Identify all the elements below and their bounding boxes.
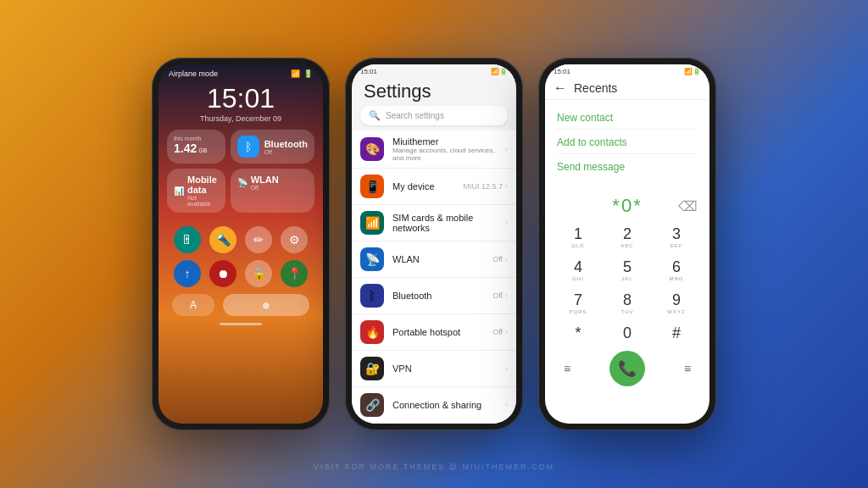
key-0[interactable]: 0 [603,319,652,347]
recent-add-contacts[interactable]: Add to contacts [557,131,698,154]
assist-button[interactable]: A [172,294,214,316]
bottom-actions: A ● [159,291,323,319]
dialed-number: *0* [612,195,642,217]
key-3[interactable]: 3 DEF [652,220,701,253]
mobile-status: Not available [187,195,219,207]
wlan-settings-status: Off [492,255,503,263]
keypad: 1 QLD 2 ABC 3 DEF 4 GHI 5 JKL [545,220,709,347]
unlock-button[interactable]: ● [223,294,309,316]
chevron-icon: › [505,364,508,373]
vpn-right: › [505,364,508,373]
wlan-widget: 📡 WLAN Off [231,169,314,213]
bluetooth-widget: ᛒ Bluetooth Off [231,130,314,164]
dialer-time: 15:01 [554,68,570,75]
settings-time: 15:01 [360,68,377,75]
vpn-text: VPN [392,363,497,374]
bluetooth-settings-icon: ᛒ [360,284,384,308]
end-button[interactable]: ≡ [674,355,701,382]
sim-icon: 📶 [360,211,384,235]
sim-right: › [505,219,508,227]
bluetooth-settings-text: Bluetooth [392,291,484,301]
settings-title: Settings [352,77,516,106]
key-7[interactable]: 7 PQRS [554,286,603,319]
key-star[interactable]: * [554,319,603,347]
quick-controls-row1: 🎚 🔦 ✏ ⚙ [159,219,323,260]
bluetooth-icon-widget: ᛒ [237,136,259,158]
hotspot-name: Portable hotspot [392,327,484,337]
data-widget: this month 1.42 GB [167,130,225,164]
chevron-icon: › [505,182,508,191]
quick-settings[interactable]: ⚙ [281,226,308,253]
settings-item-wlan[interactable]: 📡 WLAN Off › [352,241,516,278]
back-button[interactable]: ← [554,80,567,96]
vpn-name: VPN [392,363,497,374]
settings-item-hotspot[interactable]: 🔥 Portable hotspot Off › [352,314,516,351]
chevron-icon: › [505,145,508,153]
my-device-status: MIUI 12.5.7 [463,182,503,191]
key-8[interactable]: 8 TUV [603,286,652,319]
settings-item-my-device[interactable]: 📱 My device MIUI 12.5.7 › [352,169,516,205]
my-device-name: My device [392,181,454,191]
miuithemer-text: Miuithemer Manage accounts, cloud servic… [392,136,497,162]
data-value: 1.42 [174,141,197,155]
call-button[interactable]: 📞 [609,351,645,386]
quick-edit[interactable]: ✏ [245,226,272,253]
key-4[interactable]: 4 GHI [554,253,603,286]
sim-text: SIM cards & mobile networks [392,213,497,233]
quick-location[interactable]: 📍 [281,260,308,287]
wlan-icon: 📡 [360,247,384,271]
search-placeholder: Search settings [386,111,444,120]
mobile-name: Mobile data [187,175,219,195]
quick-record[interactable]: ⏺ [209,260,236,287]
data-widget-label: this month [174,136,219,141]
settings-item-bluetooth[interactable]: ᛒ Bluetooth Off › [352,278,516,314]
lockscreen: Airplane mode 📶 🔋 15:01 Thursday, Decemb… [159,64,323,424]
home-indicator [220,323,262,325]
airplane-label: Airplane mode [169,69,218,78]
lock-date: Thursday, December 09 [159,114,323,123]
recents-list: New contact Add to contacts Send message [545,100,709,185]
recent-send-message[interactable]: Send message [557,156,698,178]
settings-search-bar[interactable]: 🔍 Search settings [360,106,508,125]
chevron-icon: › [505,255,508,263]
hotspot-icon: 🔥 [360,320,384,344]
voicemail-button[interactable]: ≡ [554,355,581,382]
connection-sharing-right: › [505,401,508,409]
backspace-button[interactable]: ⌫ [678,198,698,214]
data-unit: GB [198,147,207,153]
vpn-icon: 🔐 [360,357,384,380]
dialer-status-icons: 📶🔋 [684,68,701,75]
quick-navigate[interactable]: ↑ [174,260,201,287]
quick-equalizer[interactable]: 🎚 [174,226,201,253]
phone-2: 15:01 📶🔋 Settings 🔍 Search settings 🎨 Mi… [345,58,523,430]
dialer-display: *0* ⌫ [545,188,709,220]
wlan-settings-text: WLAN [392,254,484,264]
settings-item-vpn[interactable]: 🔐 VPN › [352,351,516,387]
my-device-text: My device [392,181,454,191]
settings-item-sim[interactable]: 📶 SIM cards & mobile networks › [352,205,516,241]
watermark: VISIT FOR MORE THEMES @ MIUITHEMER.COM [314,463,554,471]
statusbar-3: 15:01 📶🔋 [545,64,709,77]
quick-lock[interactable]: 🔒 [245,260,272,287]
wlan-name: WLAN [251,175,279,185]
mobile-widget: 📊 Mobile data Not available [167,169,225,213]
bluetooth-right: Off › [492,291,508,300]
wlan-right: Off › [492,255,508,263]
phone-3: 15:01 📶🔋 ← Recents New contact Add to co… [538,58,716,430]
settings-item-miuithemer[interactable]: 🎨 Miuithemer Manage accounts, cloud serv… [352,130,516,169]
connection-sharing-icon: 🔗 [360,393,384,417]
settings-status-icons: 📶🔋 [491,68,508,75]
settings-item-connection-sharing[interactable]: 🔗 Connection & sharing › [352,387,516,424]
bluetooth-settings-name: Bluetooth [392,291,484,301]
key-6[interactable]: 6 MNO [652,253,701,286]
quick-flashlight[interactable]: 🔦 [209,226,236,253]
key-9[interactable]: 9 WXYZ [652,286,701,319]
recent-new-contact[interactable]: New contact [557,107,698,130]
key-hash[interactable]: # [652,319,701,347]
chevron-icon: › [505,219,508,227]
bt-status: Off [264,149,308,155]
miuithemer-icon: 🎨 [360,137,384,161]
key-1[interactable]: 1 QLD [554,220,603,253]
key-2[interactable]: 2 ABC [603,220,652,253]
key-5[interactable]: 5 JKL [603,253,652,286]
